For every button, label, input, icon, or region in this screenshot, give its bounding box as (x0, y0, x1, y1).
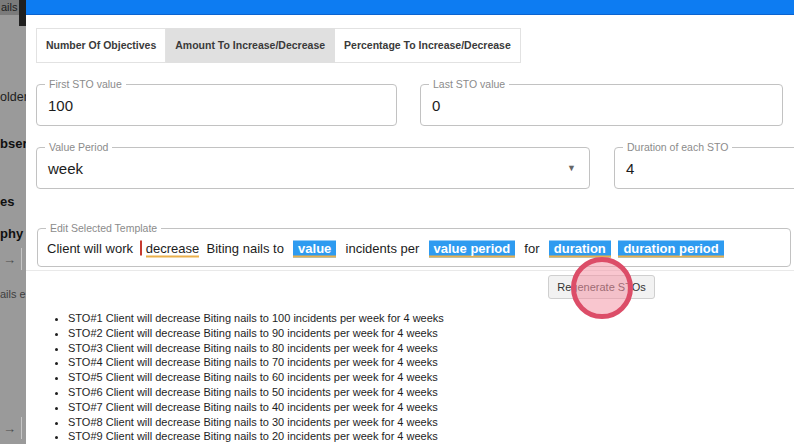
template-segment: duration (549, 240, 611, 257)
first-sto-value-input[interactable]: 100 (48, 97, 73, 114)
sto-list-item: STO#3 Client will decrease Biting nails … (68, 341, 444, 356)
duration-input[interactable]: 4 (626, 160, 634, 177)
tab[interactable]: Amount To Increase/Decrease (166, 28, 335, 63)
template-segment: for (521, 240, 543, 255)
edit-template-field[interactable]: Edit Selected Template Client will work … (37, 228, 791, 267)
sto-list-item: STO#2 Client will decrease Biting nails … (68, 326, 444, 341)
sto-list-item: STO#4 Client will decrease Biting nails … (68, 355, 444, 370)
last-sto-value-input[interactable]: 0 (432, 97, 440, 114)
modal-header-bar (26, 0, 794, 15)
tab[interactable]: Number Of Objectives (36, 28, 166, 63)
sto-list-item: STO#7 Client will decrease Biting nails … (68, 400, 444, 415)
background-dark-box (19, 0, 26, 26)
sto-list: STO#1 Client will decrease Biting nails … (52, 311, 444, 444)
template-segment: value (293, 240, 336, 257)
sto-list-item: STO#8 Client will decrease Biting nails … (68, 415, 444, 430)
background-text-fragment: es (0, 194, 14, 209)
sto-list-item: STO#6 Client will decrease Biting nails … (68, 385, 444, 400)
background-text-fragment: bser (0, 136, 26, 151)
template-segment: decrease (146, 240, 199, 257)
background-overlay-strip: ails older bser es phy → ails ex → (0, 0, 26, 444)
last-sto-value-field[interactable]: Last STO value 0 (420, 84, 783, 126)
background-divider (21, 248, 22, 270)
value-period-select[interactable]: Value Period week ▼ (36, 147, 590, 189)
arrow-right-icon: → (3, 421, 16, 436)
sto-list-item: STO#9 Client will decrease Biting nails … (68, 429, 444, 444)
sto-generator-screen: ails older bser es phy → ails ex → Numbe… (0, 0, 794, 444)
tab-bar: Number Of Objectives Amount To Increase/… (36, 28, 521, 63)
background-text-fragment: phy (0, 226, 23, 241)
background-divider (21, 417, 22, 439)
section-divider (26, 270, 794, 271)
template-text[interactable]: Client will work decrease Biting nails t… (47, 240, 726, 255)
background-text-fragment: older (0, 90, 26, 104)
template-segment: duration period (618, 240, 723, 257)
template-segment: incidents per (342, 240, 423, 255)
value-period-value[interactable]: week (48, 160, 83, 177)
first-sto-value-field[interactable]: First STO value 100 (36, 84, 397, 126)
sto-list-item: STO#1 Client will decrease Biting nails … (68, 311, 444, 326)
arrow-right-icon: → (3, 252, 16, 267)
chevron-down-icon[interactable]: ▼ (567, 163, 576, 173)
sto-list-item: STO#5 Client will decrease Biting nails … (68, 370, 444, 385)
duration-field[interactable]: Duration of each STO 4 (614, 147, 794, 189)
background-text-fragment: ails ex (0, 288, 26, 300)
duration-label: Duration of each STO (623, 141, 732, 154)
background-text-fragment: ails (1, 1, 18, 13)
edit-template-label: Edit Selected Template (46, 222, 161, 235)
value-period-label: Value Period (45, 141, 112, 154)
last-sto-value-label: Last STO value (429, 78, 509, 91)
tab[interactable]: Percentage To Increase/Decrease (335, 28, 521, 63)
first-sto-value-label: First STO value (45, 78, 126, 91)
template-segment: value period (429, 240, 516, 257)
template-segment: Biting nails to (203, 240, 288, 255)
template-segment (140, 240, 142, 255)
regenerate-stos-button[interactable]: Regenerate STOs (548, 275, 655, 299)
template-segment: Client will work (47, 240, 137, 255)
